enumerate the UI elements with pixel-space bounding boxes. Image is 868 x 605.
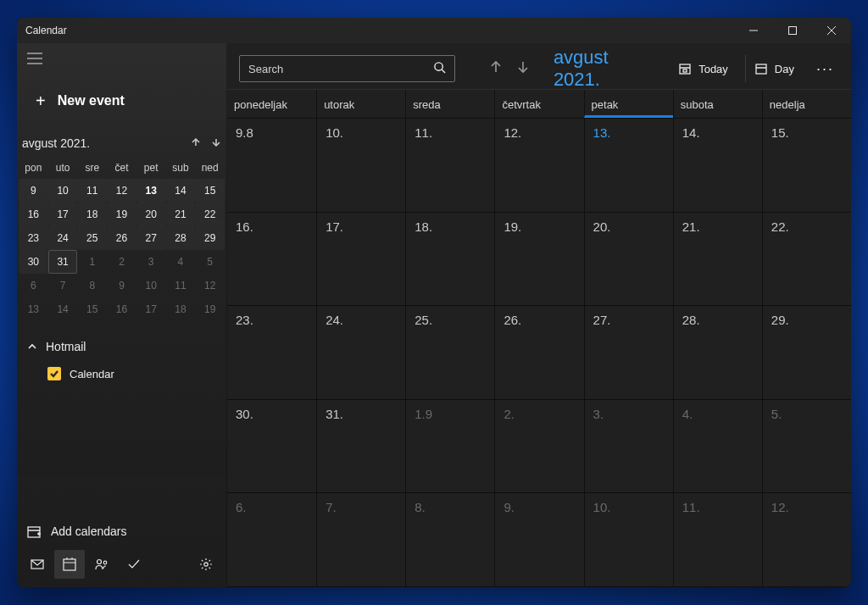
mini-day-cell[interactable]: 18 (166, 297, 196, 321)
mini-day-cell[interactable]: 26 (107, 226, 136, 250)
day-cell[interactable]: 31. (316, 400, 405, 493)
more-actions-button[interactable]: ··· (811, 60, 839, 78)
mini-day-cell[interactable]: 10 (136, 274, 166, 297)
prev-period-button[interactable] (489, 60, 503, 77)
day-cell[interactable]: 29. (762, 306, 851, 399)
day-cell[interactable]: 14. (673, 119, 762, 212)
day-cell[interactable]: 2. (494, 400, 583, 493)
mini-day-cell[interactable]: 4 (166, 250, 196, 274)
day-cell[interactable]: 11. (673, 493, 762, 586)
mini-day-cell[interactable]: 13 (136, 179, 166, 203)
mini-day-cell[interactable]: 3 (136, 250, 166, 274)
mini-day-cell[interactable]: 12 (195, 274, 225, 297)
mini-day-cell[interactable]: 28 (166, 226, 196, 250)
mini-day-cell[interactable]: 9 (107, 274, 136, 297)
mini-day-cell[interactable]: 20 (136, 203, 166, 226)
day-cell[interactable]: 7. (316, 493, 405, 586)
day-cell[interactable]: 6. (227, 493, 316, 586)
mini-day-cell[interactable]: 1 (77, 250, 107, 274)
mini-day-cell[interactable]: 31 (48, 250, 78, 274)
day-cell[interactable]: 19. (494, 213, 583, 306)
day-cell[interactable]: 10. (316, 119, 405, 212)
mini-day-cell[interactable]: 18 (77, 203, 107, 226)
hamburger-button[interactable] (17, 43, 226, 74)
mini-day-cell[interactable]: 30 (19, 250, 48, 274)
day-cell[interactable]: 23. (227, 306, 316, 399)
mini-day-cell[interactable]: 15 (77, 297, 107, 321)
mini-day-cell[interactable]: 21 (166, 203, 196, 226)
mini-day-cell[interactable]: 19 (195, 297, 225, 321)
mini-prev-button[interactable] (191, 136, 201, 151)
mini-day-cell[interactable]: 12 (107, 179, 136, 203)
view-switcher-button[interactable]: Day (745, 55, 803, 82)
day-cell[interactable]: 21. (673, 213, 762, 306)
mini-day-cell[interactable]: 24 (48, 226, 78, 250)
day-cell[interactable]: 3. (584, 400, 673, 493)
day-cell[interactable]: 26. (494, 306, 583, 399)
mini-day-cell[interactable]: 23 (19, 226, 48, 250)
search-input[interactable]: Search (239, 55, 455, 82)
day-cell[interactable]: 11. (405, 119, 494, 212)
maximize-button[interactable] (773, 18, 812, 43)
day-cell[interactable]: 8. (405, 493, 494, 586)
mini-day-cell[interactable]: 11 (77, 179, 107, 203)
mini-day-cell[interactable]: 14 (48, 297, 78, 321)
mail-nav-button[interactable] (22, 550, 53, 579)
mini-day-cell[interactable]: 19 (107, 203, 136, 226)
mini-day-cell[interactable]: 17 (48, 203, 78, 226)
next-period-button[interactable] (516, 60, 530, 77)
mini-day-cell[interactable]: 15 (195, 179, 225, 203)
mini-day-cell[interactable]: 8 (77, 274, 107, 297)
mini-day-cell[interactable]: 2 (107, 250, 136, 274)
mini-day-cell[interactable]: 25 (77, 226, 107, 250)
month-title[interactable]: avgust 2021. (554, 47, 658, 91)
day-cell[interactable]: 12. (762, 493, 851, 586)
mini-day-cell[interactable]: 6 (19, 274, 48, 297)
mini-day-cell[interactable]: 14 (166, 179, 196, 203)
calendar-list-item[interactable]: Calendar (17, 362, 226, 386)
add-calendars-button[interactable]: Add calendars (17, 514, 226, 548)
minimize-button[interactable] (734, 18, 773, 43)
people-nav-button[interactable] (86, 550, 117, 579)
day-cell[interactable]: 4. (673, 400, 762, 493)
calendar-nav-button[interactable] (54, 550, 85, 579)
mini-day-cell[interactable]: 9 (19, 179, 48, 203)
calendar-checkbox[interactable] (47, 367, 61, 380)
day-cell[interactable]: 5. (762, 400, 851, 493)
day-cell[interactable]: 9.8 (227, 119, 316, 212)
mini-day-cell[interactable]: 13 (19, 297, 48, 321)
mini-day-cell[interactable]: 29 (195, 226, 225, 250)
mini-day-cell[interactable]: 17 (136, 297, 166, 321)
day-cell[interactable]: 22. (762, 213, 851, 306)
day-cell[interactable]: 16. (227, 213, 316, 306)
day-cell[interactable]: 27. (584, 306, 673, 399)
mini-day-cell[interactable]: 27 (136, 226, 166, 250)
day-cell[interactable]: 12. (494, 119, 583, 212)
todo-nav-button[interactable] (119, 550, 149, 579)
day-cell[interactable]: 1.9 (405, 400, 494, 493)
new-event-button[interactable]: + New event (27, 82, 216, 119)
day-cell[interactable]: 15. (762, 119, 851, 212)
mini-day-cell[interactable]: 7 (48, 274, 78, 297)
day-cell[interactable]: 13. (584, 119, 673, 212)
mini-next-button[interactable] (211, 136, 221, 151)
mini-day-cell[interactable]: 22 (195, 203, 225, 226)
settings-nav-button[interactable] (191, 550, 221, 579)
day-cell[interactable]: 28. (673, 306, 762, 399)
day-cell[interactable]: 9. (494, 493, 583, 586)
day-cell[interactable]: 10. (584, 493, 673, 586)
day-cell[interactable]: 25. (405, 306, 494, 399)
day-cell[interactable]: 17. (316, 213, 405, 306)
account-hotmail-toggle[interactable]: Hotmail (17, 331, 226, 362)
day-cell[interactable]: 20. (584, 213, 673, 306)
today-button[interactable]: Today (670, 55, 737, 82)
mini-day-cell[interactable]: 11 (166, 274, 196, 297)
close-button[interactable] (812, 18, 851, 43)
mini-day-cell[interactable]: 10 (48, 179, 78, 203)
day-cell[interactable]: 18. (405, 213, 494, 306)
mini-day-cell[interactable]: 16 (107, 297, 136, 321)
mini-day-cell[interactable]: 5 (195, 250, 225, 274)
mini-day-cell[interactable]: 16 (19, 203, 48, 226)
day-cell[interactable]: 24. (316, 306, 405, 399)
day-cell[interactable]: 30. (227, 400, 316, 493)
